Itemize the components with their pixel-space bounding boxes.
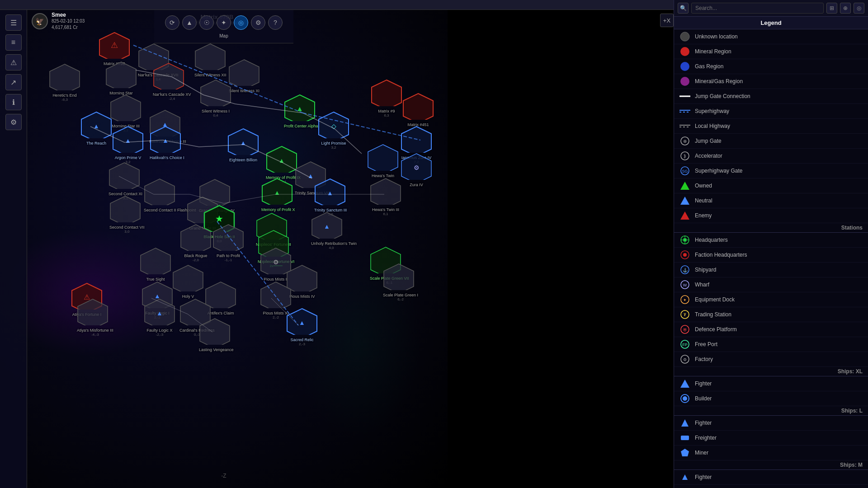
legend-label-neutral: Neutral (695, 197, 712, 204)
hex-faulty-logic-x[interactable]: ▲ Faulty Logic X -2,-3 (144, 298, 175, 337)
svg-marker-28 (50, 64, 80, 90)
ship-xl-fighter-icon (679, 378, 690, 389)
hex-true-sight[interactable]: True Sight (140, 247, 171, 282)
svg-text:▲: ▲ (278, 157, 285, 164)
nav-icon-top[interactable]: ⊕ (840, 3, 851, 14)
wharf-icon: W (679, 279, 690, 290)
free-port-icon: FP (679, 339, 690, 350)
map-area[interactable]: 🦅 Smee 825-02-10 12:03 4,617,681 Cr Matr… (0, 0, 448, 488)
hex-atiya-mis[interactable]: Atiya's Misfortune III -4,-3 (77, 298, 113, 337)
hex-label-matrix9: Matrix #9 (371, 109, 402, 113)
hex-unholy[interactable]: ▲ Unholy Retribution's Twin 4,0 (311, 211, 352, 250)
search-input[interactable] (691, 3, 824, 14)
hex-morning-star[interactable]: Morning Star (105, 61, 137, 95)
icon-refresh[interactable]: ⟳ (165, 15, 179, 30)
hex-svg-hewa3 (370, 178, 401, 205)
hex-cascade-xv[interactable]: Nar'ka's Cascade XV -2,4 (153, 62, 191, 101)
hex-zura-iv[interactable]: ⚙ Zura IV (401, 153, 432, 187)
hex-coords-sacred: 2,-3 (286, 342, 318, 346)
hex-label-hewa3: Hewa's Twin III (370, 207, 401, 212)
hex-hewa-twin[interactable]: Hewa's Twin (367, 144, 399, 178)
hex-svg-ms3 (110, 94, 142, 121)
hex-path-profit[interactable]: Path to Profit -1,-1 (212, 224, 244, 262)
sidebar-icon-list[interactable]: ≡ (5, 34, 22, 51)
icon-nav[interactable]: ▲ (182, 15, 197, 30)
hex-sc-vii[interactable]: Second Contact VII 3,0 (109, 195, 145, 234)
stations-title: Stations (674, 223, 868, 233)
ship-xl-builder-label: Builder (695, 395, 712, 402)
hex-silent-witness-xii[interactable]: Silent Witness XII (194, 43, 226, 77)
sidebar-icon-settings[interactable]: ⚙ (5, 114, 22, 130)
hex-coords-matrix9: 6,3 (371, 113, 402, 117)
map-label: Map (219, 33, 228, 38)
svg-marker-31 (229, 60, 259, 86)
hex-memory-x[interactable]: ▲ Memory of Profit X (261, 178, 295, 212)
sidebar-icon-info[interactable]: ℹ (5, 94, 22, 110)
legend-unknown-location: Unknown location (674, 29, 868, 44)
hex-holy-v[interactable]: Holy V (172, 264, 204, 299)
svg-text:⊕: ⊕ (683, 139, 687, 144)
station-label-wharf: Wharf (695, 282, 709, 288)
hex-matrix451[interactable]: Matrix #451 (402, 93, 434, 127)
sidebar-icon-route[interactable]: ↗ (5, 74, 22, 90)
hex-black-rogue[interactable]: Black Rogue -2,0 (180, 224, 212, 262)
station-label-defence: Defence Platform (695, 326, 737, 333)
legend-enemy: Enemy (674, 208, 868, 223)
legend-label-jump-gate: Jump Gate (695, 138, 722, 144)
superhighway-gate-icon: SG (679, 165, 690, 176)
nav-icon-location[interactable]: ◎ (854, 3, 864, 14)
legend-label-superhighway: Superhighway (695, 108, 729, 114)
hex-spg-i[interactable]: Scale Plate Green I 6,-2 (383, 263, 418, 301)
ship-l-freighter-label: Freighter (695, 435, 717, 441)
icon-map-active[interactable]: ◎ (234, 15, 248, 30)
icon-star[interactable]: ✦ (217, 15, 231, 30)
hex-svg-sw1 (200, 79, 231, 106)
legend-neutral: Neutral (674, 193, 868, 208)
hex-hatikvah-i[interactable]: ▲ Hatikvah's Choice I (150, 126, 184, 160)
hex-matrix9[interactable]: Matrix #9 6,3 (371, 79, 402, 117)
svg-text:⚙: ⚙ (683, 357, 687, 362)
hex-sacred-relic[interactable]: ▲ Sacred Relic 2,-3 (286, 308, 318, 346)
icon-target[interactable]: ☉ (199, 15, 214, 30)
hex-the-reach[interactable]: ▲ The Reach (80, 111, 112, 145)
hex-sw-xi[interactable]: Silent Witness XI (228, 59, 260, 93)
station-free-port: FP Free Port (674, 337, 868, 352)
hex-label-reach: The Reach (80, 141, 112, 145)
search-icon-left[interactable]: 🔍 (678, 3, 689, 14)
hex-heretics-end[interactable]: Heretic's End -6,3 (49, 63, 80, 102)
hex-eighteen-billion[interactable]: ▲ Eighteen Billion (227, 128, 259, 162)
sidebar-icon-menu[interactable]: ☰ (5, 14, 22, 31)
sidebar-icon-alert[interactable]: ⚠ (5, 54, 22, 70)
hex-second-contact-xi[interactable]: Second Contact XI 3,1 (108, 162, 142, 200)
svg-text:₮: ₮ (684, 313, 686, 317)
legend-superhighway: Superhighway (674, 104, 868, 119)
hex-sw-i[interactable]: Silent Witness I 0,4 (200, 79, 231, 117)
hex-light-promise[interactable]: ◇ Light Promise 3,2 (318, 111, 349, 150)
station-label-trading: Trading Station (695, 311, 731, 318)
hex-coords-br: -2,0 (180, 258, 212, 262)
ships-l-section: Fighter Freighter Miner (674, 416, 868, 460)
hex-svg-ianamus (401, 126, 432, 153)
icon-gear[interactable]: ⚙ (251, 15, 265, 30)
hex-svg-pm11 (260, 281, 292, 308)
hex-label-cascade15: Nar'ka's Cascade XV (153, 92, 191, 97)
search-filter-icon[interactable]: ⊞ (826, 3, 837, 14)
legend-label-mineral-gas: Mineral/Gas Region (695, 78, 743, 84)
legend-accelerator: ⟫ Accelerator (674, 149, 868, 164)
nav-btn-top[interactable]: +X (660, 14, 674, 27)
svg-marker-39 (403, 94, 433, 120)
hex-lasting[interactable]: Lasting Vengeance (199, 318, 234, 352)
hex-coords-heretic: -6,3 (49, 98, 80, 102)
ship-l-miner-icon (679, 447, 690, 458)
hex-svg-ptp (212, 224, 244, 251)
hex-sc-ii[interactable]: Second Contact II Flashpoint (144, 178, 184, 212)
hex-profit-alpha[interactable]: ▲ Profit Center Alpha (284, 94, 318, 128)
icon-help[interactable]: ? (268, 15, 283, 30)
hex-argon-prime[interactable]: ▲ Argon Prime V 3,2 (112, 126, 144, 164)
ships-xl-section: Fighter Builder (674, 376, 868, 406)
hex-trinity-iii[interactable]: ▲ Trinity Sanctum III 3,0 (314, 178, 347, 216)
svg-marker-66 (110, 196, 140, 222)
hex-svg-profit-alpha: ▲ (284, 94, 316, 121)
hex-hewa-iii[interactable]: Hewa's Twin III 6,1 (370, 178, 401, 216)
hex-svg-light-promise: ◇ (318, 111, 349, 138)
